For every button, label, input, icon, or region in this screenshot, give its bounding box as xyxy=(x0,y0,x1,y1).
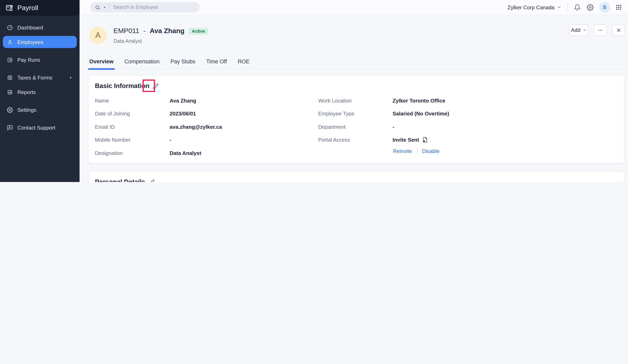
field-label: Department xyxy=(318,123,392,131)
user-avatar[interactable]: S xyxy=(600,2,609,12)
chevron-down-icon xyxy=(583,28,586,32)
field-label: Date of Joining xyxy=(95,110,170,118)
employee-avatar: A xyxy=(89,27,107,44)
section-title-text: Personal Details xyxy=(95,178,145,182)
link-divider xyxy=(417,148,417,154)
tab-time-off[interactable]: Time Off xyxy=(206,54,227,69)
ellipsis-icon xyxy=(598,27,603,33)
add-button[interactable]: Add xyxy=(569,24,588,36)
invite-preview-icon[interactable] xyxy=(422,137,428,143)
portal-access-row: Portal Access Invite Sent xyxy=(318,133,618,146)
topbar-divider xyxy=(567,3,568,11)
field-label: Employee Type xyxy=(318,110,392,118)
pay-runs-icon xyxy=(7,57,13,63)
edit-pencil-icon[interactable] xyxy=(149,179,155,182)
topbar: Zylker Corp Canada S xyxy=(79,0,628,15)
field-value: Ava Zhang xyxy=(170,97,196,105)
close-button[interactable] xyxy=(612,24,625,36)
sidebar-item-employees[interactable]: Employees xyxy=(3,36,77,48)
field-label: Email ID xyxy=(95,123,170,131)
reinvite-link[interactable]: Reinvite xyxy=(393,148,412,154)
sidebar-item-reports[interactable]: Reports xyxy=(3,86,77,98)
tab-overview[interactable]: Overview xyxy=(89,54,113,69)
field-row: Mobile Number- xyxy=(95,133,315,146)
apps-grid-icon[interactable] xyxy=(616,4,622,10)
portal-access-status: Invite Sent xyxy=(392,136,419,144)
sidebar-item-settings[interactable]: Settings xyxy=(3,104,77,116)
field-value: Zylker Toronto Office xyxy=(392,97,445,105)
reports-icon xyxy=(7,89,13,95)
sidebar-item-dashboard[interactable]: Dashboard xyxy=(3,21,77,34)
sidebar-item-label: Contact Support xyxy=(17,124,55,130)
portal-access-actions: Reinvite Disable xyxy=(393,146,618,155)
bell-icon[interactable] xyxy=(574,4,581,11)
tab-pay-stubs[interactable]: Pay Stubs xyxy=(170,54,195,69)
employees-icon xyxy=(7,39,13,45)
field-row: Department- xyxy=(318,120,618,133)
field-label: Portal Access xyxy=(318,136,392,144)
personal-details-card: Personal Details SIN XXX-XXX-410 (Show S… xyxy=(88,171,624,182)
dashboard-icon xyxy=(7,24,13,30)
field-label: Mobile Number xyxy=(95,136,170,144)
app-logo-header: Payroll xyxy=(0,0,79,16)
field-row: Employee TypeSalaried (No Overtime) xyxy=(318,107,618,120)
sidebar-item-taxes-forms[interactable]: Taxes & Forms xyxy=(3,71,77,84)
search-bar[interactable] xyxy=(90,2,200,12)
taxes-forms-icon xyxy=(7,74,13,80)
field-row: Email IDava.zhang@zylker.ca xyxy=(95,120,315,133)
field-label: Name xyxy=(95,97,170,105)
employee-id-separator: - xyxy=(143,27,146,35)
gear-icon xyxy=(7,107,13,113)
employee-title: EMP011 - Ava Zhang Active xyxy=(113,27,208,35)
more-actions-button[interactable] xyxy=(594,24,607,36)
employee-name: Ava Zhang xyxy=(150,27,185,35)
disable-link[interactable]: Disable xyxy=(422,148,440,154)
basic-information-card: Basic Information NameAva Zhang Date of … xyxy=(88,75,624,163)
settings-gear-icon[interactable] xyxy=(587,4,594,11)
employee-designation: Data Analyst xyxy=(113,38,142,44)
field-label: Designation xyxy=(95,149,170,157)
sidebar-item-label: Taxes & Forms xyxy=(17,74,52,80)
search-divider xyxy=(109,4,109,10)
sidebar-item-contact-support[interactable]: Contact Support xyxy=(3,121,77,133)
field-value: ava.zhang@zylker.ca xyxy=(170,123,222,131)
content-area: A EMP011 - Ava Zhang Active Data Analyst… xyxy=(79,15,628,182)
tab-bar: Overview Compensation Pay Stubs Time Off… xyxy=(89,55,628,69)
sidebar-item-label: Reports xyxy=(17,89,36,95)
field-value: - xyxy=(392,123,394,131)
tab-roe[interactable]: ROE xyxy=(238,54,250,69)
search-input[interactable] xyxy=(112,4,185,10)
sidebar-item-pay-runs[interactable]: Pay Runs xyxy=(3,54,77,66)
highlight-box xyxy=(143,79,155,92)
sidebar-item-label: Settings xyxy=(17,107,36,113)
sidebar-item-label: Employees xyxy=(17,39,43,45)
field-value: Salaried (No Overtime) xyxy=(392,110,449,118)
field-row: Work LocationZylker Toronto Office xyxy=(318,94,618,107)
app-name: Payroll xyxy=(17,4,38,12)
sidebar-item-label: Dashboard xyxy=(17,24,43,30)
field-label: Work Location xyxy=(318,97,392,105)
status-badge: Active xyxy=(189,28,208,35)
topbar-right: Zylker Corp Canada S xyxy=(507,2,622,12)
search-icon xyxy=(95,5,100,10)
main-area: Zylker Corp Canada S A E xyxy=(79,0,628,182)
section-title: Personal Details xyxy=(95,178,155,182)
payroll-logo-icon xyxy=(5,4,14,12)
search-scope-caret[interactable] xyxy=(103,6,106,9)
sidebar-item-label: Pay Runs xyxy=(17,57,40,63)
org-selector[interactable]: Zylker Corp Canada xyxy=(507,4,561,10)
field-value: - xyxy=(170,136,171,144)
chevron-down-icon xyxy=(557,5,561,9)
field-value: 2023/06/01 xyxy=(170,110,196,118)
app-window: Payroll Dashboard Employees Pay Runs xyxy=(0,0,628,182)
field-row: NameAva Zhang xyxy=(95,94,315,107)
contact-support-icon xyxy=(7,124,13,130)
tab-compensation[interactable]: Compensation xyxy=(124,54,159,69)
employee-id: EMP011 xyxy=(113,27,139,35)
org-name: Zylker Corp Canada xyxy=(507,4,554,10)
section-title-text: Basic Information xyxy=(95,82,150,90)
close-icon xyxy=(616,28,621,32)
field-row: DesignationData Analyst xyxy=(95,146,315,160)
add-button-label: Add xyxy=(571,27,580,33)
field-row: Date of Joining2023/06/01 xyxy=(95,107,315,120)
